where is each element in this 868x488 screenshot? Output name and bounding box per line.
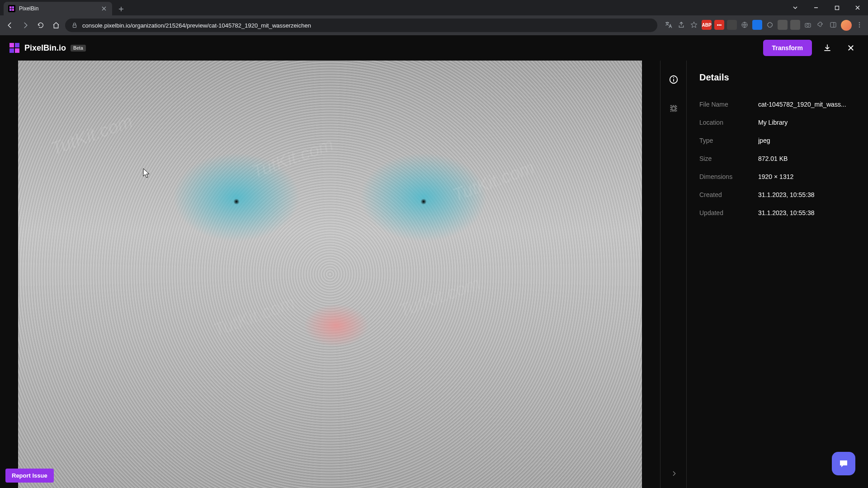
crop-tab[interactable] [665, 100, 682, 117]
tab-bar: PixelBin [0, 0, 868, 15]
kebab-menu-icon[interactable] [854, 20, 864, 30]
chevron-down-icon[interactable] [785, 0, 806, 15]
svg-rect-5 [73, 25, 76, 27]
maximize-button[interactable] [826, 0, 847, 15]
report-issue-button[interactable]: Report Issue [5, 469, 54, 483]
extension-generic-2[interactable] [778, 20, 788, 30]
detail-label: Dimensions [699, 173, 758, 180]
info-tab[interactable] [665, 71, 682, 88]
translate-icon[interactable] [664, 20, 674, 30]
svg-rect-17 [15, 48, 19, 53]
extensions-menu-icon[interactable] [816, 20, 826, 30]
minimize-button[interactable] [806, 0, 826, 15]
svg-point-11 [859, 22, 860, 23]
extension-generic-3[interactable] [790, 20, 800, 30]
browser-chrome: PixelBin console.pixelbin.io/organizatio… [0, 0, 868, 35]
extension-lastpass[interactable]: ••• [714, 20, 724, 30]
extension-generic-1[interactable] [727, 20, 737, 30]
svg-rect-2 [9, 9, 12, 11]
svg-rect-0 [9, 6, 12, 9]
chat-fab[interactable] [832, 452, 855, 475]
extension-puzzle[interactable] [765, 20, 775, 30]
profile-avatar[interactable] [841, 20, 852, 31]
detail-row-type: Type jpeg [699, 131, 855, 150]
detail-label: File Name [699, 101, 758, 108]
details-panel: Details File Name cat-1045782_1920_mit_w… [660, 61, 868, 488]
svg-point-13 [859, 26, 860, 27]
details-title: Details [699, 72, 855, 83]
extension-blue[interactable] [752, 20, 762, 30]
svg-rect-1 [12, 6, 14, 9]
app-header: PixelBin.io Beta Transform [0, 35, 868, 61]
detail-row-size: Size 872.01 KB [699, 150, 855, 168]
detail-value: 31.1.2023, 10:55:38 [758, 191, 855, 198]
detail-value: cat-1045782_1920_mit_wass... [758, 101, 855, 108]
new-tab-button[interactable] [115, 3, 127, 15]
browser-tab[interactable]: PixelBin [4, 2, 112, 15]
chevron-right-icon[interactable] [670, 470, 678, 479]
header-actions: Transform [763, 40, 859, 56]
detail-row-created: Created 31.1.2023, 10:55:38 [699, 186, 855, 204]
logo-area[interactable]: PixelBin.io Beta [9, 42, 86, 53]
svg-rect-9 [830, 23, 836, 28]
url-field[interactable]: console.pixelbin.io/organization/215264/… [65, 19, 657, 32]
tab-title: PixelBin [19, 5, 97, 12]
brand-name: PixelBin.io [24, 43, 66, 53]
detail-row-updated: Updated 31.1.2023, 10:55:38 [699, 204, 855, 222]
detail-label: Location [699, 119, 758, 126]
detail-row-dimensions: Dimensions 1920 × 1312 [699, 168, 855, 186]
detail-label: Updated [699, 209, 758, 216]
extension-camera[interactable] [803, 20, 813, 30]
reload-button[interactable] [34, 19, 47, 32]
detail-value: My Library [758, 119, 855, 126]
svg-point-20 [673, 77, 674, 78]
svg-rect-14 [9, 43, 14, 47]
preview-image[interactable] [18, 61, 642, 488]
address-bar: console.pixelbin.io/organization/215264/… [0, 15, 868, 35]
detail-row-location: Location My Library [699, 113, 855, 131]
detail-label: Size [699, 155, 758, 162]
extension-globe[interactable] [740, 20, 750, 30]
content: Details File Name cat-1045782_1920_mit_w… [0, 61, 868, 488]
svg-rect-16 [9, 48, 14, 53]
detail-value: 31.1.2023, 10:55:38 [758, 209, 855, 216]
detail-label: Created [699, 191, 758, 198]
download-button[interactable] [819, 40, 835, 56]
logo-icon [9, 42, 20, 53]
sidepanel-icon[interactable] [828, 20, 838, 30]
svg-point-8 [807, 24, 809, 26]
panel-tabs [660, 61, 687, 488]
back-button[interactable] [4, 19, 16, 32]
close-button[interactable] [843, 40, 859, 56]
transform-button[interactable]: Transform [763, 40, 812, 56]
detail-label: Type [699, 137, 758, 144]
detail-value: 872.01 KB [758, 155, 855, 162]
tab-favicon [8, 5, 15, 12]
detail-value: 1920 × 1312 [758, 173, 855, 180]
close-window-button[interactable] [847, 0, 868, 15]
beta-badge: Beta [71, 45, 86, 52]
detail-row-filename: File Name cat-1045782_1920_mit_wass... [699, 95, 855, 113]
home-button[interactable] [50, 19, 62, 32]
forward-button[interactable] [19, 19, 32, 32]
svg-rect-15 [15, 43, 19, 47]
window-controls [785, 0, 868, 15]
lock-icon [71, 22, 78, 28]
star-icon[interactable] [689, 20, 699, 30]
svg-rect-22 [672, 107, 675, 110]
detail-value: jpeg [758, 137, 855, 144]
extension-icons: ABP ••• [660, 20, 864, 31]
svg-rect-3 [12, 9, 14, 11]
svg-point-12 [859, 24, 860, 25]
preview-area [0, 61, 660, 488]
extension-abp[interactable]: ABP [702, 20, 712, 30]
panel-body: Details File Name cat-1045782_1920_mit_w… [687, 61, 868, 488]
url-text: console.pixelbin.io/organization/215264/… [82, 22, 311, 29]
svg-rect-4 [835, 6, 839, 9]
share-icon[interactable] [676, 20, 686, 30]
close-icon[interactable] [100, 5, 108, 12]
